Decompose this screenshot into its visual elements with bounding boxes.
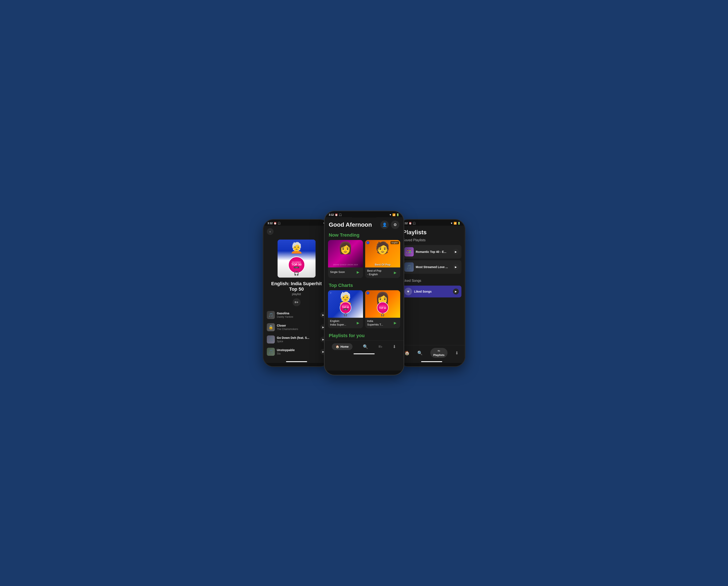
card-label-best-of-pop: Best of Pop- English [367, 269, 382, 276]
add-to-playlist-button[interactable]: ≡+ [292, 298, 301, 306]
song-info-gasolina: Gasolina Daddy Yankee [277, 312, 318, 318]
center-battery-icon: 🔋 [396, 213, 399, 216]
card-india-superhits[interactable]: 👩 ✓ INDIA SUPERHITS TOP 50 🎧 IndiaSuperh… [365, 290, 400, 328]
song-item-unstoppable[interactable]: 🎵 Unstoppable Sia ▶ [263, 346, 330, 358]
home-label: Home [340, 345, 349, 348]
playlist-play-most-streamed[interactable]: ▶ [453, 264, 459, 270]
card-label-india-top50: English:India Super... [330, 319, 346, 326]
left-time: 3:12 [268, 222, 273, 225]
playlist-icon: ≡› [379, 344, 382, 349]
liked-songs-play[interactable]: ▶ [453, 289, 459, 294]
song-item-godown[interactable]: 🎵 Go Down Deh (feat. S... Spice ▶ [263, 333, 330, 346]
card-play-india-top50[interactable]: ▶ [355, 320, 361, 326]
verified-dot: ✓ [366, 241, 369, 244]
left-notch [284, 220, 309, 226]
left-header: ‹ [263, 226, 330, 238]
song-name-unstoppable: Unstoppable [277, 348, 318, 352]
center-wifi-icon: ▼ [389, 213, 392, 216]
right-home-icon: 🏠 [405, 350, 410, 356]
spacer [398, 298, 465, 345]
center-header: Good Afernoon 👤 ⚙ [324, 217, 404, 231]
playlist-name: English: India Superhit Top 50 [267, 281, 326, 292]
playlist-play-romantic[interactable]: ▶ [453, 249, 459, 255]
card-single-soon[interactable]: 👩 SNAKE DANCE SNOW 2023 Single Soon ▶ [328, 240, 363, 278]
card-image-single-soon: 👩 SNAKE DANCE SNOW 2023 [328, 240, 363, 267]
song-info-godown: Go Down Deh (feat. S... Spice [277, 336, 318, 343]
right-signal-icon: 📶 [453, 222, 457, 225]
card-play-best-of-pop[interactable]: ▶ [392, 270, 398, 276]
right-bottom-indicator [421, 361, 442, 362]
liked-songs-name: Liked Songs [414, 290, 451, 293]
center-screen: Good Afernoon 👤 ⚙ Now Trending 👩 SNAKE D… [324, 217, 404, 370]
nav-download-button[interactable]: ⬇ [393, 344, 396, 349]
song-info-unstoppable: Unstoppable Sia [277, 348, 318, 355]
album-headphones-icon: 🎧 [294, 271, 299, 276]
top-charts-cards-row: 🧑‍🦳 ✓ INDIA SUPERHITS TOP 50 English 🎧 E… [324, 290, 404, 331]
album-art-inner: 🧑‍🦳 INDIA SUPERHITS TOP 50 English 🎧 [278, 240, 316, 277]
playlist-type: playlist [267, 292, 326, 296]
card-play-india-superhits[interactable]: ▶ [392, 320, 398, 326]
card-play-single-soon[interactable]: ▶ [355, 269, 361, 275]
add-btn-row: ≡+ [263, 297, 330, 309]
song-item-gasolina[interactable]: 🎵 Gasolina Daddy Yankee ▶ [263, 309, 330, 321]
right-phone: 3:12 ⏰ 🎧 ▼ 📶 🔋 Playlists Saved Playlists… [398, 219, 465, 367]
right-nav-home[interactable]: 🏠 [405, 350, 410, 356]
center-bottom-indicator [354, 353, 375, 354]
liked-songs-section: Liked Songs ♥ Liked Songs ▶ [398, 278, 465, 298]
center-bottom-nav: 🏠 Home 🔍 ≡› ⬇ [324, 341, 404, 352]
phones-container: 3:12 ⏰ 🎧 ▼ ‹ 🧑‍🦳 INDIA SUPERHITS TOP 50 [263, 211, 465, 375]
right-playlists-label: Playlists [433, 353, 444, 357]
album-person: 🧑‍🦳 [290, 242, 303, 254]
trending-cards-row: 👩 SNAKE DANCE SNOW 2023 Single Soon ▶ 🧑 … [324, 240, 404, 281]
now-trending-title: Now Trending [324, 231, 404, 240]
song-thumb-gasolina: 🎵 [267, 311, 275, 319]
song-info-closer: Closer The Chainsmokers [277, 324, 318, 331]
playlist-thumb-romantic: 👫 [405, 247, 414, 257]
verified-dot-2: ✓ [329, 292, 332, 294]
card-best-of-pop[interactable]: 🧑 English ✓ Best Of Pop Best of Pop- Eng… [365, 240, 400, 278]
profile-button[interactable]: 👤 [380, 221, 389, 229]
song-item-closer[interactable]: 🔒 Closer The Chainsmokers ▶ [263, 321, 330, 333]
right-bottom-nav: 🏠 🔍 ≡› Playlists ⬇ [398, 345, 465, 360]
card-footer-india-superhits: IndiaSuperhits T... ▶ [365, 318, 400, 328]
saved-playlists-label: Saved Playlists [398, 238, 465, 244]
top-charts-title: Top Charts [324, 281, 404, 290]
bottom-indicator [286, 361, 307, 362]
greeting-text: Good Afernoon [329, 221, 372, 228]
right-download-icon: ⬇ [455, 350, 459, 356]
center-headphone-icon: 🎧 [339, 213, 342, 216]
album-art: 🧑‍🦳 INDIA SUPERHITS TOP 50 English 🎧 [278, 240, 316, 277]
right-nav-download[interactable]: ⬇ [455, 350, 459, 356]
right-notch [419, 220, 444, 226]
playlist-item-romantic-top40[interactable]: 👫 Romantic Top 40 - E... ▶ [402, 245, 461, 259]
song-artist-godown: Spice [277, 340, 318, 343]
album-art-container: 🧑‍🦳 INDIA SUPERHITS TOP 50 English 🎧 [263, 238, 330, 281]
english-badge: English [390, 241, 399, 244]
right-alarm-icon: ⏰ [409, 222, 412, 225]
playlist-item-most-streamed[interactable]: 🎵 Most Streamed Love ... ▶ [402, 260, 461, 274]
liked-songs-label: Liked Songs [398, 278, 465, 285]
center-time: 3:12 [329, 213, 334, 216]
card-label-india-superhits: IndiaSuperhits T... [367, 319, 383, 326]
settings-button[interactable]: ⚙ [391, 221, 399, 229]
nav-playlists-button[interactable]: ≡› [379, 344, 382, 349]
left-phone: 3:12 ⏰ 🎧 ▼ ‹ 🧑‍🦳 INDIA SUPERHITS TOP 50 [263, 219, 330, 367]
right-nav-playlists[interactable]: ≡› Playlists [431, 348, 447, 358]
card-india-top50[interactable]: 🧑‍🦳 ✓ INDIA SUPERHITS TOP 50 English 🎧 E… [328, 290, 363, 328]
nav-search-button[interactable]: 🔍 [363, 344, 368, 349]
home-icon: 🏠 [336, 345, 339, 348]
back-button[interactable]: ‹ [267, 228, 274, 235]
playlists-for-you-title: Playlists for you [324, 331, 404, 341]
song-name-closer: Closer [277, 324, 318, 327]
song-name-gasolina: Gasolina [277, 312, 318, 315]
center-signal-icon: 📶 [392, 213, 395, 216]
nav-home-button[interactable]: 🏠 Home [332, 343, 353, 350]
playlists-page-title: Playlists [398, 226, 465, 238]
right-nav-search[interactable]: 🔍 [417, 350, 422, 356]
liked-songs-item[interactable]: ♥ Liked Songs ▶ [402, 286, 461, 297]
song-list: 🎵 Gasolina Daddy Yankee ▶ 🔒 Closer The C… [263, 309, 330, 360]
right-battery-icon: 🔋 [458, 222, 461, 225]
header-icons: 👤 ⚙ [380, 221, 399, 229]
song-thumb-unstoppable: 🎵 [267, 348, 275, 356]
playlist-name-romantic: Romantic Top 40 - E... [416, 250, 451, 253]
